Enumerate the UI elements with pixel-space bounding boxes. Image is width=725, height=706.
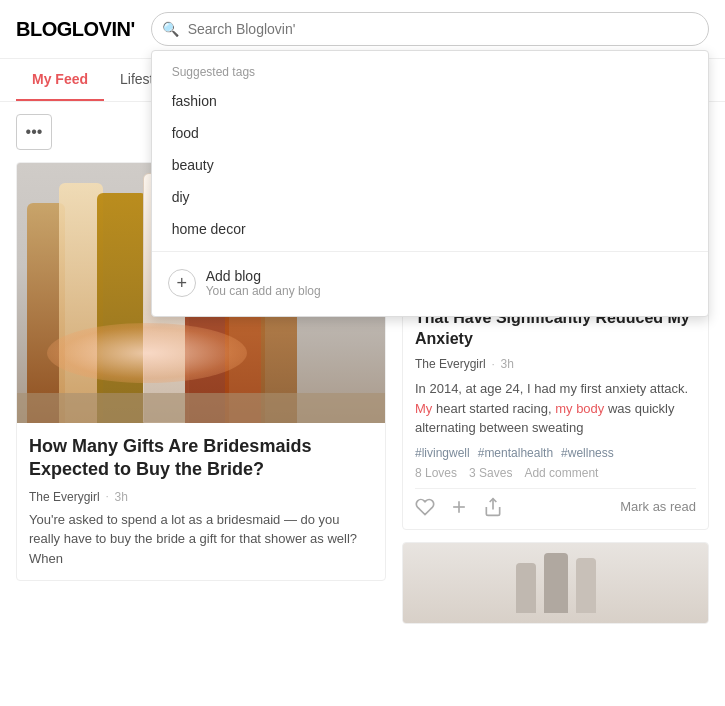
- anxiety-excerpt: In 2014, at age 24, I had my first anxie…: [415, 379, 696, 438]
- share-button[interactable]: [483, 497, 503, 517]
- anxiety-tags: #livingwell #mentalhealth #wellness: [415, 446, 696, 460]
- anxiety-article-meta: The Everygirl · 3h: [415, 357, 696, 371]
- anxiety-source[interactable]: The Everygirl: [415, 357, 486, 371]
- logo: BLOGLOVIN': [16, 18, 135, 41]
- header: BLOGLOVIN' 🔍 Suggested tags fashion food…: [0, 0, 725, 59]
- bridesmaids-card-body: How Many Gifts Are Bridesmaids Expected …: [17, 423, 385, 580]
- tag-fashion[interactable]: fashion: [152, 85, 708, 117]
- more-options-button[interactable]: •••: [16, 114, 52, 150]
- bottom-card-image: [403, 543, 708, 623]
- bridesmaids-source[interactable]: The Everygirl: [29, 490, 100, 504]
- loves-count: 8 Loves: [415, 466, 457, 480]
- saves-count: 3 Saves: [469, 466, 512, 480]
- tag-mentalhealth[interactable]: #mentalhealth: [478, 446, 553, 460]
- tag-diy[interactable]: diy: [152, 181, 708, 213]
- bridesmaids-card-meta: The Everygirl · 3h: [29, 490, 373, 504]
- search-icon: 🔍: [162, 21, 179, 37]
- tag-home-decor[interactable]: home decor: [152, 213, 708, 245]
- bridesmaids-excerpt: You're asked to spend a lot as a bridesm…: [29, 510, 373, 569]
- tag-beauty[interactable]: beauty: [152, 149, 708, 181]
- bottom-card: [402, 542, 709, 624]
- bridesmaids-time: 3h: [114, 490, 127, 504]
- search-dropdown: Suggested tags fashion food beauty diy h…: [151, 50, 709, 317]
- tab-my-feed[interactable]: My Feed: [16, 59, 104, 101]
- anxiety-time: 3h: [500, 357, 513, 371]
- article-actions: Mark as read: [415, 488, 696, 517]
- article-stats: 8 Loves 3 Saves Add comment: [415, 466, 696, 480]
- mark-as-read-button[interactable]: Mark as read: [620, 499, 696, 514]
- search-wrapper: 🔍 Suggested tags fashion food beauty diy…: [151, 12, 709, 46]
- meta-dot: ·: [106, 491, 109, 502]
- search-input[interactable]: [151, 12, 709, 46]
- add-blog-label: Add blog: [206, 268, 321, 284]
- add-blog-icon: +: [168, 269, 196, 297]
- suggested-tags-label: Suggested tags: [152, 59, 708, 85]
- add-blog-sublabel: You can add any blog: [206, 284, 321, 298]
- tag-livingwell[interactable]: #livingwell: [415, 446, 470, 460]
- dropdown-divider: [152, 251, 708, 252]
- bridesmaids-card-title[interactable]: How Many Gifts Are Bridesmaids Expected …: [29, 435, 373, 482]
- tag-food[interactable]: food: [152, 117, 708, 149]
- add-blog-row[interactable]: + Add blog You can add any blog: [152, 258, 708, 308]
- love-button[interactable]: [415, 497, 435, 517]
- save-button[interactable]: [449, 497, 469, 517]
- tag-wellness[interactable]: #wellness: [561, 446, 614, 460]
- add-comment-link[interactable]: Add comment: [524, 466, 598, 480]
